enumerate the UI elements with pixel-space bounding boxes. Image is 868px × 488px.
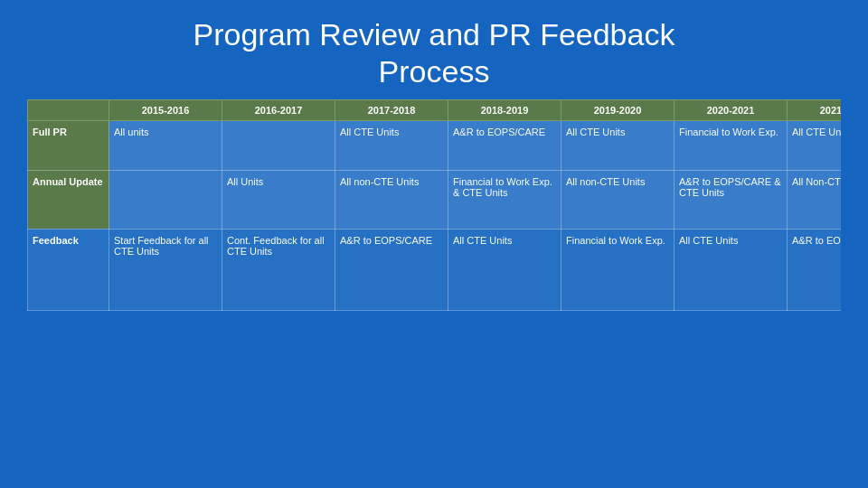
full-pr-2017: All CTE Units [335,120,448,170]
header-2016-2017: 2016-2017 [222,99,335,120]
annual-2015 [109,170,222,229]
header-2017-2018: 2017-2018 [335,99,448,120]
full-pr-2019: All CTE Units [561,120,675,170]
feedback-row: Feedback Start Feedback for all CTE Unit… [28,229,842,310]
row-label-full-pr: Full PR [28,120,109,170]
annual-2021: All Non-CTE Units [788,170,842,229]
feedback-2017: A&R to EOPS/CARE [335,229,448,310]
header-row: 2015-2016 2016-2017 2017-2018 2018-2019 … [28,99,842,120]
page-container: Program Review and PR Feedback Process 2… [0,0,868,488]
feedback-2020: All CTE Units [675,229,788,310]
annual-2020: A&R to EOPS/CARE & CTE Units [675,170,788,229]
table-wrapper: 2015-2016 2016-2017 2017-2018 2018-2019 … [27,99,841,472]
annual-update-row: Annual Update All Units All non-CTE Unit… [28,170,842,229]
row-label-feedback: Feedback [28,229,109,310]
annual-2018: Financial to Work Exp. & CTE Units [448,170,561,229]
full-pr-row: Full PR All units All CTE Units A&R to E… [28,120,842,170]
header-2019-2020: 2019-2020 [561,99,675,120]
full-pr-2018: A&R to EOPS/CARE [448,120,561,170]
feedback-2015: Start Feedback for all CTE Units [109,229,222,310]
feedback-2018: All CTE Units [448,229,561,310]
schedule-table: 2015-2016 2016-2017 2017-2018 2018-2019 … [27,99,841,311]
full-pr-2016 [222,120,335,170]
feedback-2021: A&R to EOPS/CARE [788,229,842,310]
row-label-annual-update: Annual Update [28,170,109,229]
full-pr-2015: All units [109,120,222,170]
header-2020-2021: 2020-2021 [675,99,788,120]
page-title: Program Review and PR Feedback Process [27,16,841,90]
annual-2017: All non-CTE Units [335,170,448,229]
annual-2019: All non-CTE Units [561,170,675,229]
header-empty [28,99,109,120]
header-2015-2016: 2015-2016 [109,99,222,120]
full-pr-2021: All CTE Units [788,120,842,170]
header-2021-2022: 2021-2022 [788,99,842,120]
header-2018-2019: 2018-2019 [448,99,561,120]
feedback-2019: Financial to Work Exp. [561,229,675,310]
annual-2016: All Units [222,170,335,229]
full-pr-2020: Financial to Work Exp. [675,120,788,170]
feedback-2016: Cont. Feedback for all CTE Units [222,229,335,310]
